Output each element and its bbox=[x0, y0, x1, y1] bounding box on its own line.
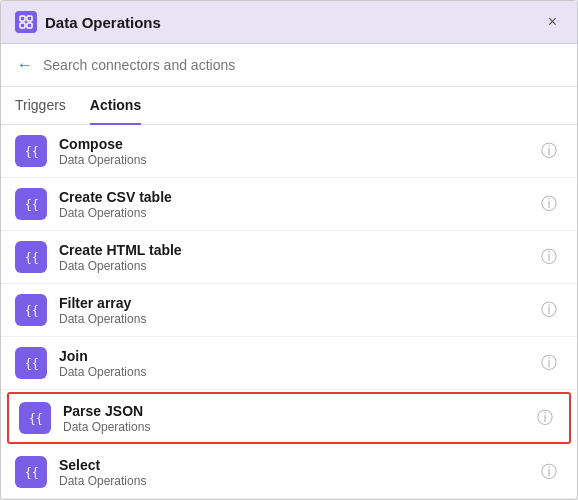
info-button-create-html-table[interactable]: ⓘ bbox=[535, 245, 563, 270]
back-icon: ← bbox=[17, 56, 33, 73]
close-button[interactable]: × bbox=[542, 11, 563, 33]
action-list: {{}} Compose Data Operations ⓘ {{}} Crea… bbox=[1, 125, 577, 499]
action-item-select[interactable]: {{}} Select Data Operations ⓘ bbox=[1, 446, 577, 499]
action-text-filter-array: Filter array Data Operations bbox=[59, 295, 535, 326]
action-text-create-html-table: Create HTML table Data Operations bbox=[59, 242, 535, 273]
action-item-create-html-table[interactable]: {{}} Create HTML table Data Operations ⓘ bbox=[1, 231, 577, 284]
tab-actions[interactable]: Actions bbox=[90, 87, 141, 125]
action-icon-create-html-table: {{}} bbox=[15, 241, 47, 273]
svg-text:{{}}: {{}} bbox=[25, 145, 40, 159]
svg-text:{{}}: {{}} bbox=[25, 466, 40, 480]
action-text-select: Select Data Operations bbox=[59, 457, 535, 488]
action-icon-join: {{}} bbox=[15, 347, 47, 379]
action-icon-create-csv-table: {{}} bbox=[15, 188, 47, 220]
back-button[interactable]: ← bbox=[15, 54, 35, 76]
svg-text:{{}}: {{}} bbox=[25, 198, 40, 212]
action-icon-compose: {{}} bbox=[15, 135, 47, 167]
panel-header: Data Operations × bbox=[1, 1, 577, 44]
action-text-compose: Compose Data Operations bbox=[59, 136, 535, 167]
header-icon bbox=[15, 11, 37, 33]
info-button-parse-json[interactable]: ⓘ bbox=[531, 406, 559, 431]
tabs-container: Triggers Actions bbox=[1, 87, 577, 125]
svg-text:{{}}: {{}} bbox=[25, 357, 40, 371]
panel-title: Data Operations bbox=[45, 14, 161, 31]
svg-text:{{}}: {{}} bbox=[29, 412, 44, 426]
info-button-select[interactable]: ⓘ bbox=[535, 460, 563, 485]
action-item-compose[interactable]: {{}} Compose Data Operations ⓘ bbox=[1, 125, 577, 178]
info-button-join[interactable]: ⓘ bbox=[535, 351, 563, 376]
info-button-compose[interactable]: ⓘ bbox=[535, 139, 563, 164]
info-button-create-csv-table[interactable]: ⓘ bbox=[535, 192, 563, 217]
action-icon-filter-array: {{}} bbox=[15, 294, 47, 326]
search-bar: ← bbox=[1, 44, 577, 87]
action-text-create-csv-table: Create CSV table Data Operations bbox=[59, 189, 535, 220]
search-input[interactable] bbox=[43, 57, 563, 73]
action-item-join[interactable]: {{}} Join Data Operations ⓘ bbox=[1, 337, 577, 390]
svg-rect-1 bbox=[27, 16, 32, 21]
svg-rect-2 bbox=[20, 23, 25, 28]
svg-rect-3 bbox=[27, 23, 32, 28]
data-operations-panel: Data Operations × ← Triggers Actions {{}… bbox=[0, 0, 578, 500]
tab-triggers[interactable]: Triggers bbox=[15, 87, 66, 125]
info-button-filter-array[interactable]: ⓘ bbox=[535, 298, 563, 323]
svg-text:{{}}: {{}} bbox=[25, 304, 40, 318]
svg-rect-0 bbox=[20, 16, 25, 21]
action-text-parse-json: Parse JSON Data Operations bbox=[63, 403, 531, 434]
action-icon-select: {{}} bbox=[15, 456, 47, 488]
action-icon-parse-json: {{}} bbox=[19, 402, 51, 434]
action-item-filter-array[interactable]: {{}} Filter array Data Operations ⓘ bbox=[1, 284, 577, 337]
svg-text:{{}}: {{}} bbox=[25, 251, 40, 265]
action-item-create-csv-table[interactable]: {{}} Create CSV table Data Operations ⓘ bbox=[1, 178, 577, 231]
action-text-join: Join Data Operations bbox=[59, 348, 535, 379]
action-item-parse-json[interactable]: {{}} Parse JSON Data Operations ⓘ bbox=[7, 392, 571, 444]
header-left: Data Operations bbox=[15, 11, 161, 33]
